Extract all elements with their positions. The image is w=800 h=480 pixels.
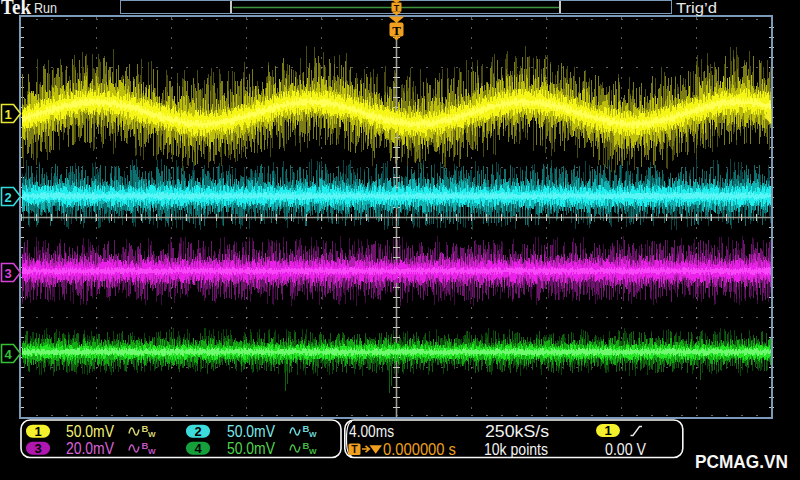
svg-text:Trig’d: Trig’d xyxy=(676,0,717,16)
svg-text:W: W xyxy=(148,447,156,456)
svg-text:Tek: Tek xyxy=(1,0,32,18)
svg-text:50.0mV: 50.0mV xyxy=(66,423,114,440)
svg-text:250kS/s: 250kS/s xyxy=(485,423,549,440)
svg-text:1: 1 xyxy=(4,107,11,122)
svg-text:0.000000 s: 0.000000 s xyxy=(383,441,456,458)
svg-text:Run: Run xyxy=(34,0,57,16)
svg-text:50.0mV: 50.0mV xyxy=(227,423,275,440)
svg-text:W: W xyxy=(309,430,317,439)
svg-text:20.0mV: 20.0mV xyxy=(66,440,114,457)
svg-text:T: T xyxy=(394,3,400,13)
svg-text:4: 4 xyxy=(194,441,202,456)
svg-text:4: 4 xyxy=(4,347,12,362)
svg-text:4.00ms: 4.00ms xyxy=(349,423,394,440)
svg-text:W: W xyxy=(309,447,317,456)
svg-text:T: T xyxy=(392,23,401,38)
svg-text:T: T xyxy=(351,443,358,455)
svg-text:50.0mV: 50.0mV xyxy=(227,440,275,457)
svg-text:W: W xyxy=(148,430,156,439)
svg-text:0.00 V: 0.00 V xyxy=(605,441,646,458)
svg-text:3: 3 xyxy=(34,441,41,456)
svg-text:PCMAG.VN: PCMAG.VN xyxy=(695,451,788,472)
svg-text:2: 2 xyxy=(194,424,201,439)
svg-text:2: 2 xyxy=(4,190,11,205)
svg-text:10k points: 10k points xyxy=(484,441,548,458)
svg-text:1: 1 xyxy=(604,423,611,438)
svg-text:3: 3 xyxy=(4,266,11,281)
svg-text:1: 1 xyxy=(34,424,41,439)
